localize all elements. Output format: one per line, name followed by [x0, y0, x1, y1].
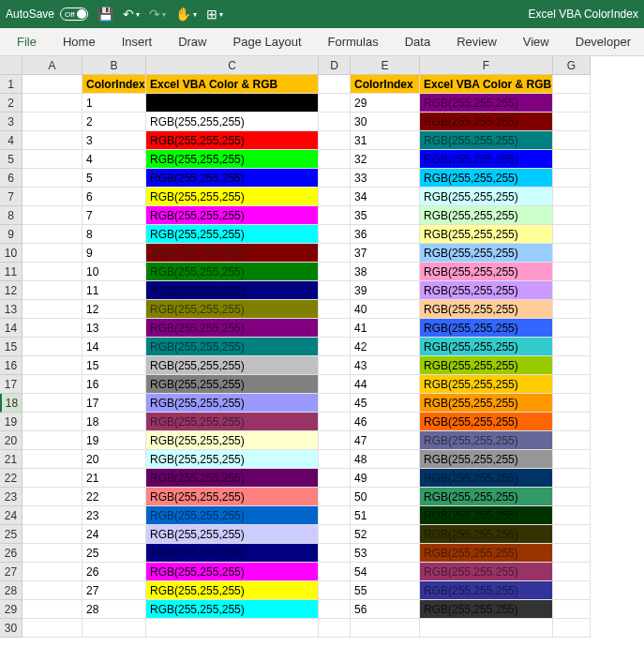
- row-header[interactable]: 25: [0, 525, 22, 544]
- cell[interactable]: [553, 469, 591, 488]
- cell[interactable]: [553, 94, 591, 113]
- cell-colorindex[interactable]: 44: [351, 375, 420, 394]
- cell[interactable]: [553, 75, 591, 94]
- cell-rgb[interactable]: RGB(255,255,255): [146, 338, 319, 356]
- cell-rgb[interactable]: RGB(255,255,255): [420, 375, 553, 394]
- cell-rgb[interactable]: RGB(255,255,255): [420, 394, 553, 413]
- cell-rgb[interactable]: RGB(255,255,255): [146, 506, 319, 525]
- row-header[interactable]: 10: [0, 244, 22, 263]
- cell[interactable]: [22, 506, 82, 525]
- cell-rgb[interactable]: RGB(255,255,255): [420, 225, 553, 244]
- tab-home[interactable]: Home: [50, 28, 109, 55]
- cell[interactable]: [319, 300, 351, 319]
- cell[interactable]: [319, 150, 351, 169]
- cell[interactable]: [553, 150, 591, 169]
- row-header[interactable]: 22: [0, 469, 22, 488]
- cell-colorindex[interactable]: 8: [82, 225, 146, 244]
- cell[interactable]: [22, 263, 82, 281]
- cell[interactable]: [22, 544, 82, 563]
- cell-colorindex[interactable]: 4: [82, 150, 146, 169]
- cell-colorindex[interactable]: 28: [82, 600, 146, 619]
- cell-rgb[interactable]: RGB(255,255,255): [146, 600, 319, 619]
- cell[interactable]: [553, 544, 591, 563]
- row-header[interactable]: 21: [0, 450, 22, 469]
- cell[interactable]: [553, 563, 591, 581]
- cell[interactable]: [553, 169, 591, 188]
- cell-rgb[interactable]: RGB(255,255,255): [420, 581, 553, 600]
- cell-colorindex[interactable]: 21: [82, 469, 146, 488]
- cell-colorindex[interactable]: 17: [82, 394, 146, 413]
- cell-rgb[interactable]: RGB(255,255,255): [420, 131, 553, 150]
- cell-rgb[interactable]: RGB(255,255,255): [146, 469, 319, 488]
- cell[interactable]: [319, 225, 351, 244]
- cell-colorindex[interactable]: 19: [82, 431, 146, 450]
- cell-colorindex[interactable]: 6: [82, 188, 146, 206]
- cell-rgb[interactable]: RGB(255,255,255): [420, 488, 553, 506]
- cell[interactable]: [420, 619, 553, 638]
- row-header[interactable]: 13: [0, 300, 22, 319]
- cell-rgb[interactable]: RGB(255,255,255): [420, 544, 553, 563]
- cell[interactable]: [553, 581, 591, 600]
- tab-review[interactable]: Review: [443, 28, 510, 55]
- cell[interactable]: [553, 263, 591, 281]
- save-icon[interactable]: 💾: [97, 7, 113, 22]
- col-header-D[interactable]: D: [319, 56, 351, 75]
- cell-rgb[interactable]: RGB(255,255,255): [420, 281, 553, 300]
- cell-rgb[interactable]: RGB(255,255,255): [420, 300, 553, 319]
- cell[interactable]: [22, 563, 82, 581]
- cell-rgb[interactable]: RGB(255,255,255): [146, 544, 319, 563]
- cell-colorindex[interactable]: 15: [82, 356, 146, 375]
- cell-colorindex[interactable]: 9: [82, 244, 146, 263]
- cell-header-colorindex[interactable]: ColorIndex: [82, 75, 146, 94]
- cell-colorindex[interactable]: 26: [82, 563, 146, 581]
- cell[interactable]: [319, 544, 351, 563]
- col-header-B[interactable]: B: [82, 56, 146, 75]
- cell-rgb[interactable]: RGB(255,255,255): [420, 113, 553, 131]
- cell-rgb[interactable]: RGB(255,255,255): [146, 488, 319, 506]
- cell-rgb[interactable]: RGB(255,255,255): [420, 413, 553, 431]
- cell[interactable]: [22, 94, 82, 113]
- cell-rgb[interactable]: RGB(255,255,255): [146, 131, 319, 150]
- cell-rgb[interactable]: RGB(255,255,255): [146, 375, 319, 394]
- row-header[interactable]: 17: [0, 375, 22, 394]
- cell-colorindex[interactable]: 29: [351, 94, 420, 113]
- cell-colorindex[interactable]: 39: [351, 281, 420, 300]
- cell[interactable]: [22, 113, 82, 131]
- cell-colorindex[interactable]: 47: [351, 431, 420, 450]
- cell[interactable]: [553, 375, 591, 394]
- cell-rgb[interactable]: RGB(255,255,255): [146, 300, 319, 319]
- row-header[interactable]: 26: [0, 544, 22, 563]
- cell-rgb[interactable]: RGB(255,255,255): [420, 600, 553, 619]
- cell[interactable]: [319, 281, 351, 300]
- cell-colorindex[interactable]: 48: [351, 450, 420, 469]
- cell-colorindex[interactable]: 49: [351, 469, 420, 488]
- cell-colorindex[interactable]: 2: [82, 113, 146, 131]
- cell-colorindex[interactable]: 35: [351, 206, 420, 225]
- touch-mode-icon[interactable]: ✋▾: [175, 7, 197, 22]
- cell-colorindex[interactable]: 24: [82, 525, 146, 544]
- tab-data[interactable]: Data: [392, 28, 443, 55]
- row-header[interactable]: 18: [0, 394, 22, 413]
- cell[interactable]: [22, 619, 82, 638]
- cell[interactable]: [22, 206, 82, 225]
- row-header[interactable]: 16: [0, 356, 22, 375]
- cell-rgb[interactable]: RGB(255,255,255): [420, 356, 553, 375]
- cell-rgb[interactable]: RGB(255,255,255): [420, 431, 553, 450]
- cell[interactable]: [22, 431, 82, 450]
- tab-draw[interactable]: Draw: [165, 28, 219, 55]
- cell[interactable]: [553, 319, 591, 338]
- row-header[interactable]: 8: [0, 206, 22, 225]
- tab-formulas[interactable]: Formulas: [315, 28, 392, 55]
- cell-colorindex[interactable]: 22: [82, 488, 146, 506]
- cell[interactable]: [553, 431, 591, 450]
- cell[interactable]: [319, 113, 351, 131]
- cell-colorindex[interactable]: 14: [82, 338, 146, 356]
- cell-rgb[interactable]: RGB(255,255,255): [420, 206, 553, 225]
- cell-rgb[interactable]: RGB(255,255,255): [146, 431, 319, 450]
- cell-header-rgb[interactable]: Excel VBA Color & RGB: [146, 75, 319, 94]
- row-header[interactable]: 23: [0, 488, 22, 506]
- cell[interactable]: [553, 413, 591, 431]
- cell-colorindex[interactable]: 41: [351, 319, 420, 338]
- spreadsheet-grid[interactable]: ABCDEFG1ColorIndexExcel VBA Color & RGBC…: [0, 56, 644, 638]
- cell-colorindex[interactable]: 1: [82, 94, 146, 113]
